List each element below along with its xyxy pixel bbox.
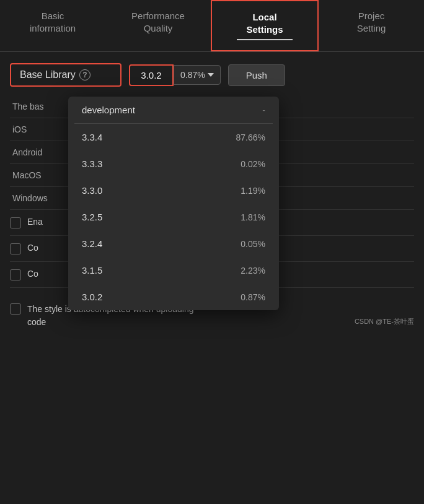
base-library-text: Base Library bbox=[20, 69, 76, 80]
chevron-down-icon bbox=[208, 73, 214, 77]
csdn-watermark: CSDN @TE-茶叶蛋 bbox=[355, 317, 414, 329]
dropdown-item-333[interactable]: 3.3.3 0.02% bbox=[68, 150, 279, 177]
main-content: Base Library ? 3.0.2 0.87% Push The bas … bbox=[0, 52, 424, 332]
tab-local-settings[interactable]: Local Settings bbox=[211, 0, 319, 51]
platform-name: Android bbox=[10, 141, 66, 164]
platform-name: The bas bbox=[10, 95, 66, 118]
dropdown-version-name: 3.3.3 bbox=[82, 159, 102, 169]
dropdown-version-pct: 0.05% bbox=[241, 239, 265, 249]
platform-name: Windows bbox=[10, 187, 66, 210]
dropdown-item-324[interactable]: 3.2.4 0.05% bbox=[68, 230, 279, 257]
dropdown-version-pct: 2.23% bbox=[241, 266, 265, 276]
dropdown-version-name: 3.2.5 bbox=[82, 212, 102, 222]
percent-dropdown[interactable]: 0.87% bbox=[174, 65, 221, 85]
dropdown-item-334[interactable]: 3.3.4 87.66% bbox=[68, 124, 279, 150]
dropdown-item-330[interactable]: 3.3.0 1.19% bbox=[68, 177, 279, 204]
dropdown-item-315[interactable]: 3.1.5 2.23% bbox=[68, 257, 279, 284]
dropdown-item-302[interactable]: 3.0.2 0.87% bbox=[68, 284, 279, 310]
base-library-row: Base Library ? 3.0.2 0.87% Push bbox=[10, 63, 414, 87]
platform-name: iOS bbox=[10, 118, 66, 141]
tab-bar: Basic information Performance Quality Lo… bbox=[0, 0, 424, 52]
dropdown-version-pct: 1.81% bbox=[241, 212, 265, 222]
version-selector: 3.0.2 0.87% bbox=[129, 64, 221, 86]
dropdown-version-name: 3.2.4 bbox=[82, 238, 102, 249]
version-dropdown-overlay[interactable]: development - 3.3.4 87.66% 3.3.3 0.02% 3… bbox=[68, 97, 279, 310]
dropdown-version-name: 3.1.5 bbox=[82, 265, 102, 276]
dropdown-version-pct: 0.02% bbox=[241, 159, 265, 169]
checkbox-autocomplete[interactable] bbox=[10, 303, 21, 315]
tab-project[interactable]: Projec Setting bbox=[319, 0, 424, 51]
dropdown-version-name: 3.3.0 bbox=[82, 185, 102, 196]
dropdown-item-325[interactable]: 3.2.5 1.81% bbox=[68, 204, 279, 230]
version-box: 3.0.2 bbox=[129, 64, 174, 86]
push-button[interactable]: Push bbox=[228, 64, 285, 86]
dropdown-version-name: 3.0.2 bbox=[82, 292, 102, 302]
checkbox-ena[interactable] bbox=[10, 217, 21, 228]
platform-name: MacOS bbox=[10, 164, 66, 187]
dropdown-version-pct: - bbox=[262, 105, 265, 115]
tab-basic[interactable]: Basic information bbox=[0, 0, 105, 51]
dropdown-version-pct: 87.66% bbox=[236, 133, 265, 142]
dropdown-version-name: 3.3.4 bbox=[82, 132, 102, 142]
dropdown-version-name: development bbox=[82, 105, 135, 115]
checkbox-label-con2: Co bbox=[27, 269, 38, 279]
dropdown-version-pct: 1.19% bbox=[241, 186, 265, 196]
checkbox-label-ena: Ena bbox=[27, 217, 43, 227]
checkbox-label-con1: Co bbox=[27, 243, 38, 253]
dropdown-version-pct: 0.87% bbox=[241, 292, 265, 302]
checkbox-con1[interactable] bbox=[10, 243, 21, 254]
help-icon[interactable]: ? bbox=[79, 69, 91, 80]
dropdown-item-development[interactable]: development - bbox=[68, 97, 279, 123]
checkbox-con2[interactable] bbox=[10, 269, 21, 280]
tab-performance[interactable]: Performance Quality bbox=[105, 0, 211, 51]
base-library-label: Base Library ? bbox=[10, 63, 121, 87]
